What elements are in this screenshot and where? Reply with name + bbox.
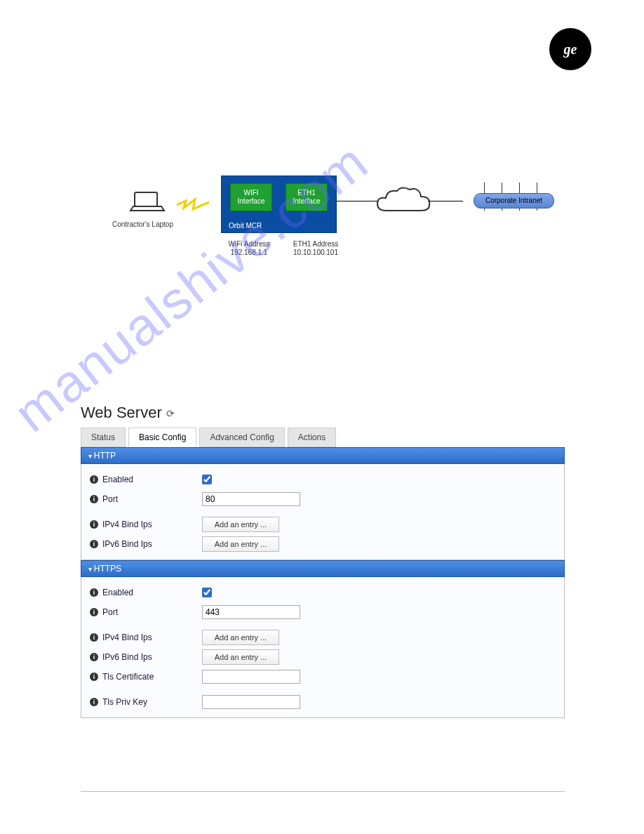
https-section-header[interactable]: HTTPS [81, 560, 565, 577]
info-icon[interactable]: i [90, 540, 98, 548]
http-enabled-label: iEnabled [90, 475, 202, 484]
info-icon[interactable]: i [90, 653, 98, 661]
ge-logo: ge [549, 28, 591, 70]
lightning-icon [175, 197, 210, 214]
https-tls-key-input[interactable] [202, 695, 300, 709]
https-port-label: iPort [90, 607, 202, 617]
https-tls-key-label: iTls Priv Key [90, 697, 202, 707]
svg-rect-0 [135, 192, 157, 206]
https-ipv6-label: iIPv6 Bind Ips [90, 652, 202, 662]
network-diagram: Contractor's Laptop WIFIInterface ETH1In… [105, 176, 561, 267]
https-tls-cert-label: iTls Certificate [90, 672, 202, 682]
info-icon[interactable]: i [90, 495, 98, 503]
info-icon[interactable]: i [90, 475, 98, 484]
info-icon[interactable]: i [90, 698, 98, 706]
https-enabled-label: iEnabled [90, 588, 202, 597]
tab-status[interactable]: Status [81, 428, 126, 447]
orbit-mcr-box: WIFIInterface ETH1Interface Orbit MCR [221, 176, 337, 233]
http-section-body: iEnabled iPort iIPv4 Bind Ips Add an ent… [81, 464, 565, 560]
https-enabled-checkbox[interactable] [202, 588, 212, 597]
http-ipv6-label: iIPv6 Bind Ips [90, 539, 202, 549]
https-section-body: iEnabled iPort iIPv4 Bind Ips Add an ent… [81, 577, 565, 718]
web-server-panel: Web Server ⟳ Status Basic Config Advance… [81, 404, 565, 718]
https-ipv4-label: iIPv4 Bind Ips [90, 633, 202, 642]
eth1-interface: ETH1Interface [286, 183, 328, 211]
orbit-mcr-label: Orbit MCR [229, 222, 262, 230]
http-port-input[interactable] [202, 492, 300, 506]
ge-logo-icon: ge [549, 28, 591, 70]
https-ipv6-add-entry-button[interactable]: Add an entry ... [202, 649, 279, 665]
https-port-input[interactable] [202, 605, 300, 619]
tab-advanced-config[interactable]: Advanced Config [199, 428, 284, 447]
info-icon[interactable]: i [90, 673, 98, 681]
laptop-icon [126, 190, 168, 218]
http-enabled-checkbox[interactable] [202, 475, 212, 484]
http-port-label: iPort [90, 494, 202, 504]
corporate-intranet-node: Corporate Intranet [474, 193, 554, 208]
cloud-icon [372, 183, 435, 221]
wifi-interface: WIFIInterface [230, 183, 272, 211]
laptop-label: Contractor's Laptop [112, 220, 173, 228]
http-ipv4-label: iIPv4 Bind Ips [90, 519, 202, 529]
tab-basic-config[interactable]: Basic Config [128, 428, 196, 447]
refresh-icon[interactable]: ⟳ [166, 408, 175, 419]
connector-line [428, 201, 463, 201]
tab-bar: Status Basic Config Advanced Config Acti… [81, 428, 565, 447]
info-icon[interactable]: i [90, 608, 98, 616]
eth1-address-label: ETH1 Address10.10.100.101 [288, 240, 344, 257]
https-ipv4-add-entry-button[interactable]: Add an entry ... [202, 630, 279, 645]
panel-title: Web Server ⟳ [81, 404, 565, 422]
footer-divider [81, 791, 565, 792]
https-tls-cert-input[interactable] [202, 670, 300, 684]
info-icon[interactable]: i [90, 588, 98, 597]
http-section-header[interactable]: HTTP [81, 447, 565, 464]
http-ipv4-add-entry-button[interactable]: Add an entry ... [202, 517, 279, 532]
info-icon[interactable]: i [90, 633, 98, 642]
http-ipv6-add-entry-button[interactable]: Add an entry ... [202, 536, 279, 552]
info-icon[interactable]: i [90, 520, 98, 529]
wifi-address-label: WiFi Address192.168.1.1 [221, 240, 277, 257]
tab-actions[interactable]: Actions [288, 428, 336, 447]
intranet-bus: Corporate Intranet [463, 183, 561, 218]
